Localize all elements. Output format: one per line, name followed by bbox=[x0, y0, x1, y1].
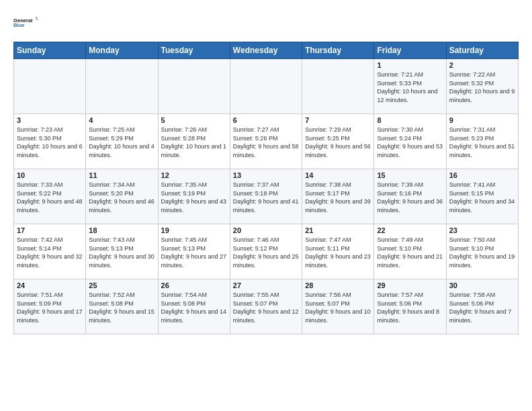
day-info: Sunrise: 7:58 AM Sunset: 5:06 PM Dayligh… bbox=[449, 291, 515, 324]
day-number: 22 bbox=[377, 226, 443, 234]
day-info: Sunrise: 7:54 AM Sunset: 5:08 PM Dayligh… bbox=[161, 291, 227, 324]
day-number: 5 bbox=[161, 116, 227, 124]
day-info: Sunrise: 7:47 AM Sunset: 5:11 PM Dayligh… bbox=[305, 236, 371, 269]
day-number: 20 bbox=[233, 226, 299, 234]
day-number: 6 bbox=[233, 116, 299, 124]
day-number: 25 bbox=[89, 281, 154, 289]
day-info: Sunrise: 7:30 AM Sunset: 5:24 PM Dayligh… bbox=[377, 126, 443, 159]
table-cell: 8Sunrise: 7:30 AM Sunset: 5:24 PM Daylig… bbox=[374, 114, 446, 169]
table-cell: 6Sunrise: 7:27 AM Sunset: 5:26 PM Daylig… bbox=[230, 114, 302, 169]
logo: General Blue bbox=[13, 11, 38, 35]
day-number: 30 bbox=[449, 281, 515, 289]
table-cell: 24Sunrise: 7:51 AM Sunset: 5:09 PM Dayli… bbox=[14, 279, 86, 334]
day-info: Sunrise: 7:23 AM Sunset: 5:30 PM Dayligh… bbox=[17, 126, 83, 159]
table-cell bbox=[230, 59, 302, 114]
table-cell: 16Sunrise: 7:41 AM Sunset: 5:15 PM Dayli… bbox=[446, 169, 518, 224]
day-info: Sunrise: 7:26 AM Sunset: 5:28 PM Dayligh… bbox=[161, 126, 227, 159]
svg-marker-2 bbox=[35, 17, 38, 18]
header-day-sunday: Sunday bbox=[14, 42, 86, 59]
day-info: Sunrise: 7:25 AM Sunset: 5:29 PM Dayligh… bbox=[89, 126, 154, 159]
day-info: Sunrise: 7:39 AM Sunset: 5:16 PM Dayligh… bbox=[377, 181, 443, 214]
day-info: Sunrise: 7:37 AM Sunset: 5:18 PM Dayligh… bbox=[233, 181, 299, 214]
day-number: 10 bbox=[17, 171, 83, 179]
table-cell: 28Sunrise: 7:56 AM Sunset: 5:07 PM Dayli… bbox=[302, 279, 374, 334]
svg-marker-3 bbox=[36, 19, 38, 20]
svg-text:Blue: Blue bbox=[13, 22, 25, 28]
day-info: Sunrise: 7:55 AM Sunset: 5:07 PM Dayligh… bbox=[233, 291, 299, 324]
day-number: 1 bbox=[377, 61, 443, 69]
day-number: 23 bbox=[449, 226, 515, 234]
day-info: Sunrise: 7:57 AM Sunset: 5:06 PM Dayligh… bbox=[377, 291, 443, 324]
table-cell bbox=[302, 59, 374, 114]
table-cell bbox=[86, 59, 158, 114]
table-cell: 12Sunrise: 7:35 AM Sunset: 5:19 PM Dayli… bbox=[158, 169, 230, 224]
day-info: Sunrise: 7:50 AM Sunset: 5:10 PM Dayligh… bbox=[449, 236, 515, 269]
day-number: 2 bbox=[449, 61, 515, 69]
header-day-monday: Monday bbox=[86, 42, 158, 59]
header-day-thursday: Thursday bbox=[302, 42, 374, 59]
day-number: 3 bbox=[17, 116, 83, 124]
table-cell: 9Sunrise: 7:31 AM Sunset: 5:23 PM Daylig… bbox=[446, 114, 518, 169]
table-cell: 11Sunrise: 7:34 AM Sunset: 5:20 PM Dayli… bbox=[86, 169, 158, 224]
day-number: 7 bbox=[305, 116, 371, 124]
day-info: Sunrise: 7:27 AM Sunset: 5:26 PM Dayligh… bbox=[233, 126, 299, 159]
day-number: 12 bbox=[161, 171, 227, 179]
table-cell: 7Sunrise: 7:29 AM Sunset: 5:25 PM Daylig… bbox=[302, 114, 374, 169]
day-info: Sunrise: 7:45 AM Sunset: 5:13 PM Dayligh… bbox=[161, 236, 227, 269]
table-cell bbox=[158, 59, 230, 114]
table-cell: 10Sunrise: 7:33 AM Sunset: 5:22 PM Dayli… bbox=[14, 169, 86, 224]
table-cell: 26Sunrise: 7:54 AM Sunset: 5:08 PM Dayli… bbox=[158, 279, 230, 334]
table-cell: 17Sunrise: 7:42 AM Sunset: 5:14 PM Dayli… bbox=[14, 224, 86, 279]
header-row: SundayMondayTuesdayWednesdayThursdayFrid… bbox=[14, 42, 519, 59]
table-cell: 19Sunrise: 7:45 AM Sunset: 5:13 PM Dayli… bbox=[158, 224, 230, 279]
header-day-friday: Friday bbox=[374, 42, 446, 59]
header-day-tuesday: Tuesday bbox=[158, 42, 230, 59]
week-row-4: 17Sunrise: 7:42 AM Sunset: 5:14 PM Dayli… bbox=[14, 224, 519, 279]
header: General Blue bbox=[13, 11, 519, 35]
table-cell: 27Sunrise: 7:55 AM Sunset: 5:07 PM Dayli… bbox=[230, 279, 302, 334]
day-info: Sunrise: 7:22 AM Sunset: 5:32 PM Dayligh… bbox=[449, 71, 515, 104]
day-info: Sunrise: 7:38 AM Sunset: 5:17 PM Dayligh… bbox=[305, 181, 371, 214]
day-number: 14 bbox=[305, 171, 371, 179]
week-row-3: 10Sunrise: 7:33 AM Sunset: 5:22 PM Dayli… bbox=[14, 169, 519, 224]
table-cell: 2Sunrise: 7:22 AM Sunset: 5:32 PM Daylig… bbox=[446, 59, 518, 114]
week-row-2: 3Sunrise: 7:23 AM Sunset: 5:30 PM Daylig… bbox=[14, 114, 519, 169]
day-info: Sunrise: 7:46 AM Sunset: 5:12 PM Dayligh… bbox=[233, 236, 299, 269]
table-cell bbox=[14, 59, 86, 114]
day-number: 19 bbox=[161, 226, 227, 234]
logo-svg: General Blue bbox=[13, 11, 38, 35]
day-info: Sunrise: 7:42 AM Sunset: 5:14 PM Dayligh… bbox=[17, 236, 83, 269]
day-number: 27 bbox=[233, 281, 299, 289]
day-number: 16 bbox=[449, 171, 515, 179]
day-number: 15 bbox=[377, 171, 443, 179]
day-info: Sunrise: 7:51 AM Sunset: 5:09 PM Dayligh… bbox=[17, 291, 83, 324]
header-day-wednesday: Wednesday bbox=[230, 42, 302, 59]
table-cell: 30Sunrise: 7:58 AM Sunset: 5:06 PM Dayli… bbox=[446, 279, 518, 334]
table-cell: 14Sunrise: 7:38 AM Sunset: 5:17 PM Dayli… bbox=[302, 169, 374, 224]
day-number: 17 bbox=[17, 226, 83, 234]
day-number: 13 bbox=[233, 171, 299, 179]
day-info: Sunrise: 7:56 AM Sunset: 5:07 PM Dayligh… bbox=[305, 291, 371, 324]
calendar-page: General Blue SundayMondayTuesdayWednesda… bbox=[0, 0, 532, 341]
day-info: Sunrise: 7:33 AM Sunset: 5:22 PM Dayligh… bbox=[17, 181, 83, 214]
day-info: Sunrise: 7:29 AM Sunset: 5:25 PM Dayligh… bbox=[305, 126, 371, 159]
table-cell: 25Sunrise: 7:52 AM Sunset: 5:08 PM Dayli… bbox=[86, 279, 158, 334]
header-day-saturday: Saturday bbox=[446, 42, 518, 59]
table-cell: 13Sunrise: 7:37 AM Sunset: 5:18 PM Dayli… bbox=[230, 169, 302, 224]
day-number: 8 bbox=[377, 116, 443, 124]
table-cell: 4Sunrise: 7:25 AM Sunset: 5:29 PM Daylig… bbox=[86, 114, 158, 169]
table-cell: 18Sunrise: 7:43 AM Sunset: 5:13 PM Dayli… bbox=[86, 224, 158, 279]
day-info: Sunrise: 7:21 AM Sunset: 5:33 PM Dayligh… bbox=[377, 71, 443, 104]
day-info: Sunrise: 7:41 AM Sunset: 5:15 PM Dayligh… bbox=[449, 181, 515, 214]
day-number: 24 bbox=[17, 281, 83, 289]
day-info: Sunrise: 7:35 AM Sunset: 5:19 PM Dayligh… bbox=[161, 181, 227, 214]
calendar-table: SundayMondayTuesdayWednesdayThursdayFrid… bbox=[13, 42, 519, 334]
day-info: Sunrise: 7:49 AM Sunset: 5:10 PM Dayligh… bbox=[377, 236, 443, 269]
day-number: 11 bbox=[89, 171, 154, 179]
day-number: 21 bbox=[305, 226, 371, 234]
table-cell: 22Sunrise: 7:49 AM Sunset: 5:10 PM Dayli… bbox=[374, 224, 446, 279]
table-cell: 21Sunrise: 7:47 AM Sunset: 5:11 PM Dayli… bbox=[302, 224, 374, 279]
day-number: 9 bbox=[449, 116, 515, 124]
day-number: 4 bbox=[89, 116, 154, 124]
table-cell: 3Sunrise: 7:23 AM Sunset: 5:30 PM Daylig… bbox=[14, 114, 86, 169]
